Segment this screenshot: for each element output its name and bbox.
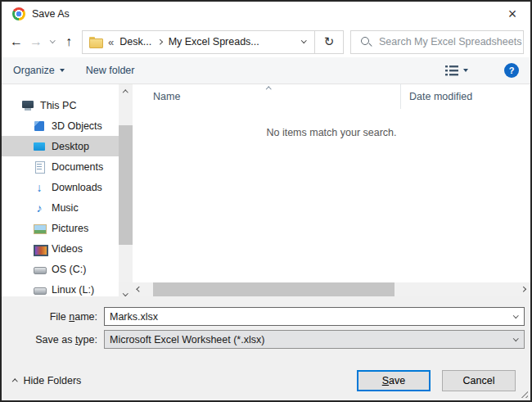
column-header-date-modified[interactable]: Date modified bbox=[400, 84, 530, 109]
chevron-up-icon bbox=[123, 90, 128, 95]
pictures-icon bbox=[33, 222, 46, 235]
name-header-label: Name bbox=[153, 91, 180, 102]
file-list-empty-area bbox=[133, 138, 530, 282]
scroll-right-button[interactable] bbox=[516, 282, 530, 296]
scrollbar-thumb[interactable] bbox=[153, 282, 394, 296]
file-name-dropdown-button[interactable] bbox=[507, 316, 524, 318]
label-text: File bbox=[50, 311, 70, 323]
save-as-type-select[interactable]: Microsoft Excel Worksheet (*.xlsx) bbox=[104, 330, 525, 349]
desktop-icon bbox=[33, 140, 46, 153]
window-title: Save As bbox=[32, 8, 70, 20]
search-icon bbox=[361, 37, 372, 47]
button-mnemonic: S bbox=[382, 375, 389, 386]
toolbar-right: ? bbox=[445, 63, 519, 78]
sidebar-item-label: Pictures bbox=[52, 223, 88, 234]
up-button[interactable]: ↑ bbox=[59, 31, 79, 52]
forward-icon: → bbox=[29, 34, 43, 49]
chevron-right-icon[interactable] bbox=[157, 39, 162, 44]
navigation-bar: ← → ↑ « Desk... My Excel Spreads... ↻ bbox=[2, 26, 530, 57]
chevron-up-icon bbox=[12, 379, 17, 384]
help-icon: ? bbox=[509, 65, 515, 75]
hide-folders-button[interactable]: Hide Folders bbox=[13, 375, 81, 386]
forward-button[interactable]: → bbox=[26, 31, 46, 52]
chevron-right-icon bbox=[521, 287, 525, 291]
sidebar-item-documents[interactable]: Documents bbox=[2, 156, 119, 177]
empty-results-message: No items match your search. bbox=[133, 127, 530, 138]
save-as-type-value: Microsoft Excel Worksheet (*.xlsx) bbox=[105, 334, 507, 346]
dialog-body: This PC 3D Objects Desktop Documents bbox=[2, 84, 530, 296]
save-as-type-label: Save as type: bbox=[2, 334, 104, 346]
new-folder-label: New folder bbox=[86, 65, 135, 76]
column-headers: Name Date modified bbox=[133, 84, 530, 109]
linux-drive-icon bbox=[33, 283, 46, 296]
scroll-up-button[interactable] bbox=[119, 84, 133, 98]
footer-bar: Hide Folders Save Cancel bbox=[2, 370, 530, 391]
organize-button[interactable]: Organize bbox=[13, 65, 65, 76]
chrome-logo-icon bbox=[12, 7, 25, 20]
chevron-down-icon bbox=[301, 38, 306, 43]
cancel-button[interactable]: Cancel bbox=[442, 370, 516, 391]
label-text: Save as bbox=[35, 334, 75, 346]
file-name-input[interactable] bbox=[105, 311, 507, 323]
horizontal-scrollbar[interactable] bbox=[133, 282, 530, 296]
sidebar-item-music[interactable]: ♪ Music bbox=[2, 197, 119, 218]
label-text: ype: bbox=[78, 334, 97, 346]
organize-label: Organize bbox=[13, 65, 55, 76]
chevron-down-icon bbox=[513, 313, 518, 318]
sidebar-item-label: This PC bbox=[40, 100, 76, 111]
sidebar-item-label: 3D Objects bbox=[52, 120, 102, 132]
chevron-left-icon bbox=[137, 287, 142, 291]
sidebar-item-os-c[interactable]: OS (C:) bbox=[2, 259, 119, 279]
chevron-down-icon bbox=[123, 291, 128, 296]
close-button[interactable]: × bbox=[494, 2, 530, 26]
sidebar-item-3d-objects[interactable]: 3D Objects bbox=[2, 115, 119, 136]
file-name-row: File name: bbox=[2, 307, 525, 326]
command-toolbar: Organize New folder ? bbox=[2, 57, 530, 84]
list-view-icon bbox=[445, 65, 458, 76]
new-folder-button[interactable]: New folder bbox=[86, 65, 135, 76]
refresh-icon: ↻ bbox=[324, 34, 335, 49]
save-button[interactable]: Save bbox=[357, 370, 431, 391]
refresh-button[interactable]: ↻ bbox=[315, 31, 343, 53]
address-dropdown-button[interactable] bbox=[293, 31, 314, 53]
navigation-pane: This PC 3D Objects Desktop Documents bbox=[2, 84, 119, 296]
breadcrumb-item-desktop[interactable]: Desk... bbox=[119, 36, 151, 47]
breadcrumb-item-my-excel-spreadsheets[interactable]: My Excel Spreads... bbox=[169, 36, 259, 47]
chevron-down-icon bbox=[513, 336, 518, 341]
3d-objects-icon bbox=[33, 120, 46, 133]
change-view-button[interactable] bbox=[445, 65, 468, 76]
save-as-dialog: Save As × ← → ↑ « Desk... My Excel Sprea… bbox=[0, 0, 532, 402]
back-icon: ← bbox=[10, 34, 23, 49]
file-name-label: File name: bbox=[2, 311, 104, 323]
sidebar-item-label: Desktop bbox=[52, 141, 89, 152]
scroll-down-button[interactable] bbox=[119, 282, 133, 296]
close-icon: × bbox=[508, 6, 517, 23]
sidebar-item-label: Videos bbox=[52, 243, 83, 255]
sidebar-item-downloads[interactable]: ↓ Downloads bbox=[2, 177, 119, 197]
up-icon: ↑ bbox=[65, 34, 72, 49]
button-text: Cancel bbox=[463, 375, 495, 386]
folder-icon bbox=[89, 37, 102, 47]
sidebar-item-pictures[interactable]: Pictures bbox=[2, 218, 119, 238]
breadcrumb[interactable]: « Desk... My Excel Spreads... bbox=[83, 31, 293, 53]
recent-locations-button[interactable] bbox=[46, 31, 59, 52]
downloads-icon: ↓ bbox=[33, 181, 46, 194]
os-c-drive-icon bbox=[33, 263, 46, 276]
back-button[interactable]: ← bbox=[7, 31, 26, 52]
sidebar-item-label: OS (C:) bbox=[52, 264, 86, 275]
save-as-type-dropdown-button[interactable] bbox=[507, 339, 524, 341]
breadcrumb-overflow[interactable]: « bbox=[108, 36, 114, 48]
sidebar-item-desktop[interactable]: Desktop bbox=[2, 136, 119, 156]
sidebar-scrollbar[interactable] bbox=[119, 84, 133, 296]
scroll-left-button[interactable] bbox=[133, 282, 147, 296]
scrollbar-thumb[interactable] bbox=[119, 125, 133, 245]
help-button[interactable]: ? bbox=[504, 63, 519, 78]
button-text: ave bbox=[389, 375, 405, 386]
sidebar-item-videos[interactable]: Videos bbox=[2, 238, 119, 259]
sidebar-item-this-pc[interactable]: This PC bbox=[2, 95, 119, 115]
scrollbar-track[interactable] bbox=[147, 282, 516, 296]
chevron-down-icon bbox=[50, 38, 55, 43]
title-bar: Save As × bbox=[2, 2, 530, 26]
search-input[interactable] bbox=[379, 36, 523, 47]
sidebar-item-linux-l[interactable]: Linux (L:) bbox=[2, 279, 119, 296]
